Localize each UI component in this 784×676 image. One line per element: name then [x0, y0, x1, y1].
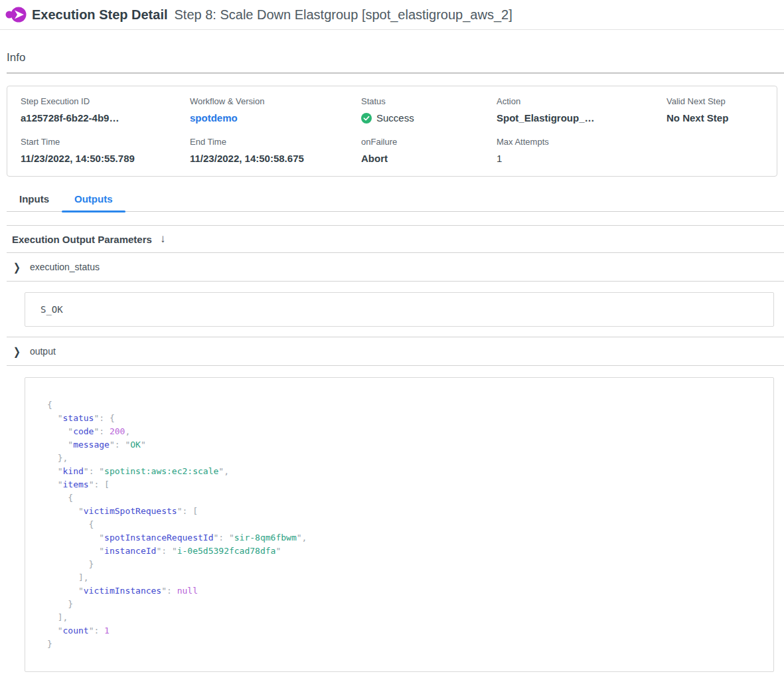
- output-json-box: { "status": { "code": 200, "message": "O…: [25, 377, 774, 672]
- field-start-time: Start Time 11/23/2022, 14:50:55.789: [21, 137, 190, 164]
- chevron-right-icon: ❯: [13, 345, 21, 358]
- output-json-code: { "status": { "code": 200, "message": "O…: [47, 398, 760, 651]
- group-name: output: [30, 346, 56, 357]
- field-value: No Next Step: [666, 112, 777, 124]
- field-valid-next-step: Valid Next Step No Next Step: [666, 96, 777, 124]
- field-status: Status Success: [361, 96, 497, 124]
- output-expander[interactable]: ❯ output: [7, 337, 784, 366]
- workflow-link[interactable]: spotdemo: [190, 112, 361, 124]
- field-value: 1: [497, 153, 666, 164]
- info-section-label: Info: [7, 51, 784, 64]
- status-text: Success: [376, 112, 414, 124]
- status-badge: Success: [361, 112, 497, 124]
- field-value: 11/23/2022, 14:50:55.789: [21, 153, 190, 164]
- success-check-icon: [361, 113, 372, 124]
- chevron-right-icon: ❯: [13, 261, 21, 274]
- field-label: End Time: [190, 137, 361, 147]
- field-label: Workflow & Version: [190, 96, 361, 106]
- tab-inputs[interactable]: Inputs: [7, 189, 62, 211]
- field-label: Valid Next Step: [666, 96, 777, 106]
- info-card: Step Execution ID a125728f-6b22-4b9… Wor…: [7, 86, 777, 177]
- field-step-execution-id: Step Execution ID a125728f-6b22-4b9…: [21, 96, 190, 124]
- field-value: Abort: [361, 153, 497, 164]
- field-label: Step Execution ID: [21, 96, 190, 106]
- field-label: Start Time: [21, 137, 190, 147]
- field-label: Action: [497, 96, 666, 106]
- itential-logo-icon: [5, 5, 27, 25]
- group-execution-status: ❯ execution_status S_OK: [7, 253, 784, 337]
- field-action: Action Spot_Elastigroup_…: [497, 96, 666, 124]
- field-value: 11/23/2022, 14:50:58.675: [190, 153, 361, 164]
- group-name: execution_status: [30, 262, 100, 272]
- field-label: Status: [361, 96, 497, 106]
- field-end-time: End Time 11/23/2022, 14:50:58.675: [190, 137, 361, 164]
- output-parameters-header: Execution Output Parameters ↓: [7, 225, 784, 253]
- field-workflow-version: Workflow & Version spotdemo: [190, 96, 361, 124]
- tab-outputs[interactable]: Outputs: [62, 189, 125, 211]
- page-subtitle: Step 8: Scale Down Elastgroup [spot_elas…: [175, 7, 512, 23]
- field-label: Max Attempts: [497, 137, 666, 147]
- app-header: Execution Step Detail Step 8: Scale Down…: [0, 0, 784, 30]
- execution-status-expander[interactable]: ❯ execution_status: [7, 253, 784, 282]
- field-onfailure: onFailure Abort: [361, 137, 497, 164]
- page-title: Execution Step Detail: [32, 7, 168, 23]
- field-value: a125728f-6b22-4b9…: [21, 112, 190, 124]
- field-value: Spot_Elastigroup_…: [497, 112, 666, 124]
- main-content: Info Step Execution ID a125728f-6b22-4b9…: [0, 51, 784, 676]
- field-max-attempts: Max Attempts 1: [497, 137, 666, 164]
- sort-down-arrow-icon[interactable]: ↓: [160, 232, 166, 246]
- field-label: onFailure: [361, 137, 497, 147]
- group-output: ❯ output { "status": { "code": 200, "mes…: [7, 337, 784, 676]
- tab-bar: Inputs Outputs: [7, 189, 784, 212]
- output-parameters-title: Execution Output Parameters: [12, 234, 152, 245]
- execution-status-value: S_OK: [25, 292, 774, 327]
- info-divider: [7, 72, 784, 74]
